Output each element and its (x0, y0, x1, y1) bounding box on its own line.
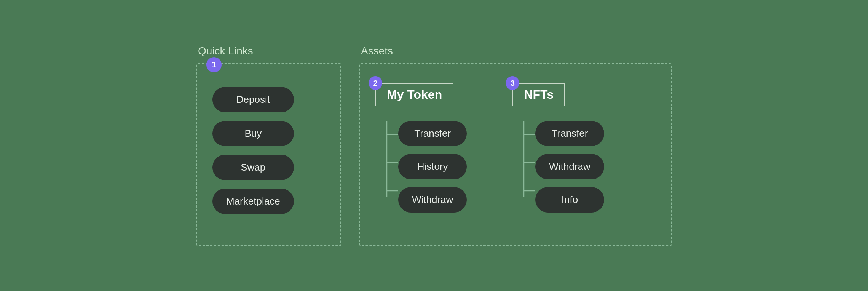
my-token-label: My Token (387, 88, 442, 101)
my-token-buttons: Transfer History Withdraw (398, 121, 467, 213)
token-withdraw-button[interactable]: Withdraw (398, 187, 467, 213)
assets-title: Assets (359, 45, 672, 57)
nft-withdraw-button[interactable]: Withdraw (535, 154, 604, 179)
nfts-buttons: Transfer Withdraw Info (535, 121, 604, 213)
nfts-group: 3 NFTs Transfer (512, 83, 604, 213)
nfts-header: 3 NFTs (512, 83, 565, 113)
my-token-label-box: My Token (375, 83, 453, 106)
my-token-badge: 2 (369, 76, 382, 90)
marketplace-button[interactable]: Marketplace (212, 189, 294, 214)
quick-links-badge: 1 (206, 57, 222, 72)
my-token-group: 2 My Token Trans (375, 83, 467, 213)
quick-links-buttons: Deposit Buy Swap Marketplace (212, 87, 294, 214)
quick-links-section: Quick Links 1 Deposit Buy Swap Marketpla… (196, 45, 341, 246)
my-token-tree: Transfer History Withdraw (375, 121, 467, 213)
nfts-label-box: NFTs (512, 83, 565, 106)
my-token-connector-svg (375, 121, 398, 205)
nfts-label: NFTs (524, 88, 554, 101)
quick-links-box: 1 Deposit Buy Swap Marketplace (196, 63, 341, 246)
nft-transfer-button[interactable]: Transfer (535, 121, 604, 146)
quick-links-title: Quick Links (196, 45, 341, 57)
assets-section: Assets 2 My Token (359, 45, 672, 246)
nfts-tree: Transfer Withdraw Info (512, 121, 604, 213)
token-history-button[interactable]: History (398, 154, 467, 179)
nft-info-button[interactable]: Info (535, 187, 604, 213)
my-token-header: 2 My Token (375, 83, 453, 113)
token-transfer-button[interactable]: Transfer (398, 121, 467, 146)
deposit-button[interactable]: Deposit (212, 87, 294, 112)
nfts-connector-svg (512, 121, 535, 205)
assets-box: 2 My Token Trans (359, 63, 672, 246)
main-container: Quick Links 1 Deposit Buy Swap Marketpla… (181, 30, 687, 261)
buy-button[interactable]: Buy (212, 121, 294, 146)
swap-button[interactable]: Swap (212, 155, 294, 180)
